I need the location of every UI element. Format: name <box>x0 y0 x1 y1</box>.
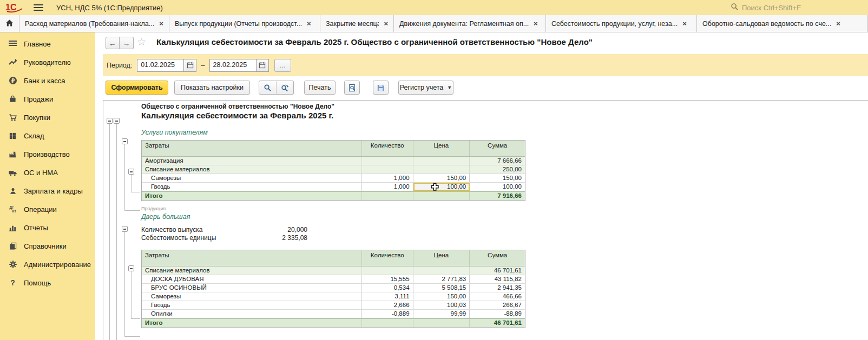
sidebar-item-bank-kassa[interactable]: ₽Банк и касса <box>0 71 95 90</box>
sidebar-item-os-nma[interactable]: ОС и НМА <box>0 163 95 182</box>
cell-sum[interactable]: 150,00 <box>470 174 525 182</box>
tab-close-icon[interactable]: × <box>836 20 840 27</box>
collapse-toggle[interactable] <box>107 118 113 124</box>
selected-cell[interactable]: 100,00 <box>413 183 470 191</box>
cell-qty[interactable]: 3,111 <box>362 292 413 301</box>
cell-name[interactable]: Списание материалов <box>142 165 362 174</box>
cell-qty[interactable] <box>362 192 413 200</box>
cell-qty[interactable]: 15,555 <box>362 275 413 283</box>
show-settings-button[interactable]: Показать настройки <box>174 81 250 95</box>
cell-price[interactable] <box>413 319 470 327</box>
cell-name[interactable]: Опилки <box>142 310 362 318</box>
tab-close-icon[interactable]: × <box>682 20 687 27</box>
cell-qty[interactable]: -0,889 <box>362 310 413 318</box>
sidebar-item-pokupki[interactable]: Покупки <box>0 108 95 126</box>
register-dropdown[interactable]: Регистр учета▼ <box>398 81 453 95</box>
print-button[interactable]: Печать <box>304 81 336 95</box>
cell-price[interactable]: 100,03 <box>413 301 470 309</box>
save-button[interactable] <box>373 81 389 95</box>
generate-button[interactable]: Сформировать <box>106 81 168 95</box>
cell-sum[interactable]: 46 701,61 <box>470 266 525 275</box>
cell-price[interactable]: 150,00 <box>413 174 470 182</box>
collapse-toggle[interactable] <box>122 226 128 232</box>
tab-rashod-materialov[interactable]: Расход материалов (Требования-накла...× <box>19 15 169 32</box>
total-row[interactable]: Итого 46 701,61 <box>142 318 525 328</box>
cell-price[interactable]: 2 771,83 <box>413 275 470 283</box>
calendar-icon[interactable] <box>256 59 269 72</box>
home-tab[interactable] <box>0 15 19 32</box>
sidebar-item-zarplata-kadry[interactable]: Зарплата и кадры <box>0 182 95 200</box>
sidebar-item-pomosch[interactable]: ?Помощь <box>0 274 95 292</box>
find-button[interactable] <box>259 81 277 95</box>
cell-price[interactable] <box>413 192 470 200</box>
cell-name[interactable]: ДОСКА ДУБОВАЯ <box>142 275 362 283</box>
cell-price[interactable] <box>413 266 470 275</box>
cell-price[interactable] <box>413 157 470 165</box>
cell-qty[interactable]: 2,666 <box>362 301 413 309</box>
sidebar-item-prodazhi[interactable]: Продажи <box>0 90 95 108</box>
cell-qty[interactable]: 1,000 <box>362 183 413 191</box>
sidebar-item-glavnoe[interactable]: Главное <box>0 35 95 53</box>
print-preview-button[interactable] <box>344 81 360 95</box>
cell-qty[interactable]: 1,000 <box>362 174 413 182</box>
period-more-button[interactable]: ... <box>274 59 291 72</box>
cell-sum[interactable]: 43 115,82 <box>470 275 525 283</box>
cell-name[interactable]: Итого <box>142 319 362 327</box>
calendar-icon[interactable] <box>183 59 196 72</box>
table-row[interactable]: Опилки -0,889 99,99 -88,89 <box>142 310 525 318</box>
favorite-star-icon[interactable]: ☆ <box>137 36 146 48</box>
sidebar-item-otchety[interactable]: Отчеты <box>0 218 95 237</box>
cell-qty[interactable] <box>362 266 413 275</box>
cell-sum[interactable]: 466,66 <box>470 292 525 301</box>
cell-qty[interactable]: 0,534 <box>362 284 413 292</box>
tab-close-icon[interactable]: × <box>534 20 538 27</box>
sidebar-item-sklad[interactable]: Склад <box>0 126 95 145</box>
cell-sum[interactable]: 46 701,61 <box>470 319 525 327</box>
tab-osv[interactable]: Оборотно-сальдовая ведомость по сче...× <box>697 15 868 32</box>
cell-sum[interactable]: 7 916,66 <box>470 192 525 200</box>
sidebar-item-administrirovanie[interactable]: Администрирование <box>0 255 95 274</box>
back-button[interactable]: ← <box>106 37 120 49</box>
cell-price[interactable]: 5 508,15 <box>413 284 470 292</box>
cell-name[interactable]: Амортизация <box>142 157 362 165</box>
forward-button[interactable]: → <box>120 37 134 49</box>
collapse-toggle[interactable] <box>114 118 120 124</box>
collapse-toggle[interactable] <box>128 265 134 271</box>
cell-name[interactable]: БРУС ОСИНОВЫЙ <box>142 284 362 292</box>
total-row[interactable]: Итого 7 916,66 <box>142 191 525 201</box>
sidebar-item-operacii[interactable]: ДтКтОперации <box>0 200 95 218</box>
cell-name[interactable]: Итого <box>142 192 362 200</box>
cell-qty[interactable] <box>362 319 413 327</box>
cell-name[interactable]: Списание материалов <box>142 266 362 275</box>
cell-sum[interactable]: -88,89 <box>470 310 525 318</box>
table-row[interactable]: Гвоздь 1,000 100,00 100,00 <box>142 183 525 191</box>
table-row[interactable]: Гвоздь 2,666 100,03 266,67 <box>142 301 525 310</box>
cell-sum[interactable]: 266,67 <box>470 301 525 309</box>
cell-sum[interactable]: 2 941,35 <box>470 284 525 292</box>
tab-vypusk-produkcii[interactable]: Выпуск продукции (Отчеты производст...× <box>169 15 320 32</box>
cell-price[interactable] <box>413 165 470 174</box>
cell-name[interactable]: Саморезы <box>142 292 362 301</box>
table-row[interactable]: Саморезы 1,000 150,00 150,00 <box>142 174 525 183</box>
table-row[interactable]: Амортизация 7 666,66 <box>142 157 525 165</box>
cell-price[interactable]: 99,99 <box>413 310 470 318</box>
cell-name[interactable]: Гвоздь <box>142 301 362 309</box>
period-to-input[interactable]: 28.02.2025 <box>209 59 256 72</box>
cell-sum[interactable]: 7 666,66 <box>470 157 525 165</box>
tab-close-icon[interactable]: × <box>307 20 311 27</box>
find-next-button[interactable] <box>276 81 294 95</box>
cell-qty[interactable] <box>362 165 413 174</box>
tab-close-icon[interactable]: × <box>384 20 388 27</box>
collapse-toggle[interactable] <box>122 138 128 144</box>
tab-zakrytie-mesyaca[interactable]: Закрытие месяца× <box>320 15 394 32</box>
tab-sebestoimost[interactable]: Себестоимость продукции, услуг, неза...× <box>546 15 697 32</box>
main-menu-icon[interactable] <box>34 4 43 11</box>
sidebar-item-spravochniki[interactable]: Справочники <box>0 237 95 255</box>
table-row[interactable]: Списание материалов 46 701,61 <box>142 266 525 275</box>
sidebar-item-proizvodstvo[interactable]: Производство <box>0 145 95 163</box>
tab-dvizheniya-dokumenta[interactable]: Движения документа: Регламентная оп...× <box>394 15 546 32</box>
table-row[interactable]: ДОСКА ДУБОВАЯ 15,555 2 771,83 43 115,82 <box>142 275 525 284</box>
table-row[interactable]: Списание материалов 250,00 <box>142 165 525 174</box>
cell-sum[interactable]: 250,00 <box>470 165 525 174</box>
cell-qty[interactable] <box>362 157 413 165</box>
